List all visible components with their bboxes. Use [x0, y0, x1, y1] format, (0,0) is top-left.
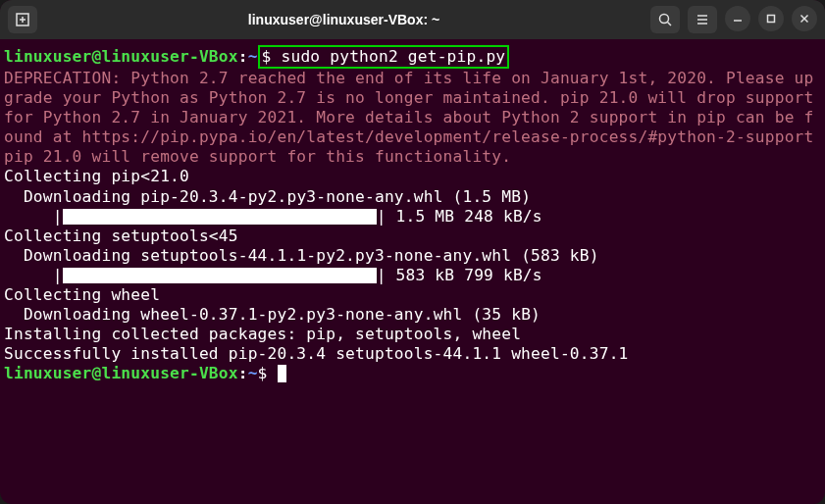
- collecting-pip: Collecting pip<21.0: [4, 167, 821, 186]
- progress-suffix: | 583 kB 799 kB/s: [377, 266, 542, 284]
- collecting-setuptools: Collecting setuptools<45: [4, 227, 821, 246]
- prompt-line-1: linuxuser@linuxuser-VBox:~$ sudo python2…: [4, 45, 821, 69]
- progress-bar-setuptools: [63, 268, 377, 283]
- minimize-button[interactable]: [725, 6, 750, 31]
- progress-prefix: |: [4, 266, 63, 284]
- terminal-window: linuxuser@linuxuser-VBox: ~ linuxuser@li…: [0, 0, 825, 504]
- prompt-path: ~: [248, 364, 258, 382]
- titlebar: linuxuser@linuxuser-VBox: ~: [0, 0, 825, 39]
- success-message: Successfully installed pip-20.3.4 setupt…: [4, 344, 821, 364]
- cursor: [278, 365, 286, 382]
- progress-bar-pip: [63, 209, 377, 225]
- menu-button[interactable]: [688, 6, 717, 33]
- installing-packages: Installing collected packages: pip, setu…: [4, 325, 821, 344]
- progress-setuptools: || 583 kB 799 kB/s: [4, 266, 821, 285]
- svg-rect-9: [768, 16, 775, 23]
- maximize-icon: [765, 13, 777, 25]
- command-text: sudo python2 get-pip.py: [282, 47, 506, 66]
- prompt-symbol: $: [258, 364, 268, 382]
- terminal-body[interactable]: linuxuser@linuxuser-VBox:~$ sudo python2…: [0, 39, 825, 504]
- download-pip: Downloading pip-20.3.4-py2.py3-none-any.…: [4, 187, 821, 207]
- command-highlight: $ sudo python2 get-pip.py: [258, 45, 510, 69]
- svg-point-3: [660, 15, 669, 24]
- new-tab-icon: [15, 12, 30, 27]
- prompt-symbol: $: [262, 47, 272, 66]
- close-icon: [799, 13, 810, 25]
- deprecation-warning: DEPRECATION: Python 2.7 reached the end …: [4, 69, 821, 167]
- search-icon: [657, 12, 673, 27]
- maximize-button[interactable]: [758, 6, 784, 31]
- new-tab-button[interactable]: [8, 6, 37, 33]
- prompt-user: linuxuser@linuxuser-VBox: [4, 47, 238, 66]
- progress-prefix: |: [4, 207, 63, 226]
- prompt-user: linuxuser@linuxuser-VBox: [4, 364, 238, 382]
- svg-line-4: [668, 23, 672, 26]
- progress-suffix: | 1.5 MB 248 kB/s: [377, 207, 542, 226]
- download-wheel: Downloading wheel-0.37.1-py2.py3-none-an…: [4, 305, 821, 325]
- hamburger-icon: [695, 12, 710, 27]
- prompt-line-2: linuxuser@linuxuser-VBox:~$: [4, 364, 821, 383]
- close-button[interactable]: [792, 6, 817, 31]
- window-title: linuxuser@linuxuser-VBox: ~: [45, 12, 643, 27]
- minimize-icon: [732, 13, 744, 25]
- prompt-colon: :: [238, 364, 248, 382]
- collecting-wheel: Collecting wheel: [4, 285, 821, 305]
- prompt-colon: :: [238, 47, 248, 66]
- prompt-path: ~: [248, 47, 258, 66]
- search-button[interactable]: [650, 6, 680, 33]
- download-setuptools: Downloading setuptools-44.1.1-py2.py3-no…: [4, 246, 821, 266]
- progress-pip: || 1.5 MB 248 kB/s: [4, 207, 821, 227]
